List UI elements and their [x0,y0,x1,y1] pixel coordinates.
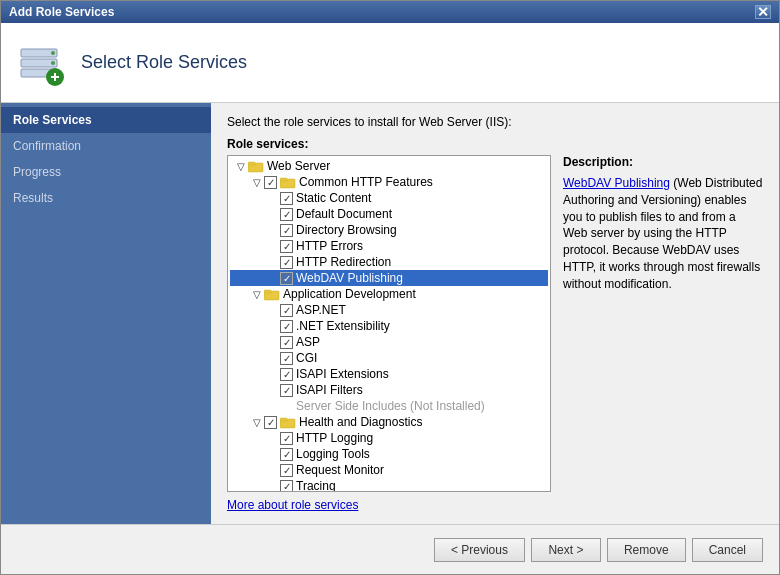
svg-rect-12 [280,178,287,181]
header: Select Role Services [1,23,779,103]
tree-label-default-doc: Default Document [296,207,548,221]
tree-item-health-diag[interactable]: ▽ Health and Diagnostics [230,414,548,430]
tree-item-isapi-filters[interactable]: ▷ ISAPI Filters [230,382,548,398]
expander-common-http[interactable]: ▽ [250,175,264,189]
sidebar-item-confirmation[interactable]: Confirmation [1,133,211,159]
cb-isapi-filters[interactable] [280,384,293,397]
cb-asp[interactable] [280,336,293,349]
tree-label-http-redirect: HTTP Redirection [296,255,548,269]
tree-item-isapi-ext[interactable]: ▷ ISAPI Extensions [230,366,548,382]
tree-label-request-monitor: Request Monitor [296,463,548,477]
tree-label-common-http: Common HTTP Features [299,175,548,189]
svg-rect-14 [264,290,271,293]
cb-logging-tools[interactable] [280,448,293,461]
tree-item-http-redirect[interactable]: ▷ HTTP Redirection [230,254,548,270]
tree-label-app-dev: Application Development [283,287,548,301]
cb-aspnet[interactable] [280,304,293,317]
content-area: Role Services Confirmation Progress Resu… [1,103,779,524]
cb-tracing[interactable] [280,480,293,493]
tree-item-http-logging[interactable]: ▷ HTTP Logging [230,430,548,446]
description-text: WebDAV Publishing (Web Distributed Autho… [563,175,763,293]
role-services-tree[interactable]: ▽ Web Server ▽ [227,155,551,492]
svg-point-4 [51,61,55,65]
cb-cgi[interactable] [280,352,293,365]
remove-button[interactable]: Remove [607,538,686,562]
folder-icon-common-http [280,175,296,189]
more-about-role-services-link[interactable]: More about role services [227,498,358,512]
cb-webdav[interactable] [280,272,293,285]
cb-isapi-ext[interactable] [280,368,293,381]
tree-label-webdav: WebDAV Publishing [296,271,548,285]
title-bar: Add Role Services ✕ [1,1,779,23]
tree-item-request-monitor[interactable]: ▷ Request Monitor [230,462,548,478]
tree-item-webdav[interactable]: ▷ WebDAV Publishing [230,270,548,286]
tree-item-asp[interactable]: ▷ ASP [230,334,548,350]
tree-item-tracing[interactable]: ▷ Tracing [230,478,548,492]
sidebar: Role Services Confirmation Progress Resu… [1,103,211,524]
close-button[interactable]: ✕ [755,5,771,19]
header-icon [17,39,65,87]
tree-label-isapi-ext: ISAPI Extensions [296,367,548,381]
tree-label-static-content: Static Content [296,191,548,205]
tree-item-net-ext[interactable]: ▷ .NET Extensibility [230,318,548,334]
split-area: ▽ Web Server ▽ [227,155,763,492]
folder-icon-webserver [248,159,264,173]
tree-item-default-doc[interactable]: ▷ Default Document [230,206,548,222]
svg-point-3 [51,51,55,55]
tree-item-aspnet[interactable]: ▷ ASP.NET [230,302,548,318]
cb-http-logging[interactable] [280,432,293,445]
sidebar-item-progress[interactable]: Progress [1,159,211,185]
cb-http-errors[interactable] [280,240,293,253]
tree-label-ssi: Server Side Includes (Not Installed) [280,399,548,413]
svg-rect-16 [280,418,287,421]
tree-label-net-ext: .NET Extensibility [296,319,548,333]
tree-item-app-dev[interactable]: ▽ Application Development [230,286,548,302]
tree-label-http-errors: HTTP Errors [296,239,548,253]
tree-item-cgi[interactable]: ▷ CGI [230,350,548,366]
description-body: (Web Distributed Authoring and Versionin… [563,176,762,291]
role-services-label: Role services: [227,137,763,151]
cb-request-monitor[interactable] [280,464,293,477]
description-panel: Description: WebDAV Publishing (Web Dist… [563,155,763,492]
folder-icon-app-dev [264,287,280,301]
header-title: Select Role Services [81,52,247,73]
sidebar-item-results[interactable]: Results [1,185,211,211]
more-link-area: More about role services [227,498,763,512]
tree-label-aspnet: ASP.NET [296,303,548,317]
webdav-link[interactable]: WebDAV Publishing [563,176,670,190]
cb-http-redirect[interactable] [280,256,293,269]
tree-item-ssi[interactable]: ▷ Server Side Includes (Not Installed) [230,398,548,414]
sidebar-item-role-services[interactable]: Role Services [1,107,211,133]
expander-app-dev[interactable]: ▽ [250,287,264,301]
description-title: Description: [563,155,763,169]
window-title: Add Role Services [9,5,114,19]
svg-rect-8 [54,73,56,81]
main-area: Select the role services to install for … [211,103,779,524]
cb-common-http[interactable] [264,176,277,189]
tree-item-http-errors[interactable]: ▷ HTTP Errors [230,238,548,254]
expander-webserver[interactable]: ▽ [234,159,248,173]
tree-item-dir-browsing[interactable]: ▷ Directory Browsing [230,222,548,238]
previous-button[interactable]: < Previous [434,538,525,562]
footer: < Previous Next > Remove Cancel [1,524,779,574]
cb-default-doc[interactable] [280,208,293,221]
tree-label-health-diag: Health and Diagnostics [299,415,548,429]
cancel-button[interactable]: Cancel [692,538,763,562]
tree-label-cgi: CGI [296,351,548,365]
tree-label-dir-browsing: Directory Browsing [296,223,548,237]
cb-health-diag[interactable] [264,416,277,429]
main-subtitle: Select the role services to install for … [227,115,763,129]
svg-rect-10 [248,162,255,165]
main-window: Add Role Services ✕ Select Role Services [0,0,780,575]
expander-health-diag[interactable]: ▽ [250,415,264,429]
cb-dir-browsing[interactable] [280,224,293,237]
cb-net-ext[interactable] [280,320,293,333]
tree-item-common-http[interactable]: ▽ Common HTTP Features [230,174,548,190]
tree-item-webserver[interactable]: ▽ Web Server [230,158,548,174]
tree-label-asp: ASP [296,335,548,349]
next-button[interactable]: Next > [531,538,601,562]
cb-static-content[interactable] [280,192,293,205]
tree-item-static-content[interactable]: ▷ Static Content [230,190,548,206]
tree-label-tracing: Tracing [296,479,548,492]
tree-item-logging-tools[interactable]: ▷ Logging Tools [230,446,548,462]
